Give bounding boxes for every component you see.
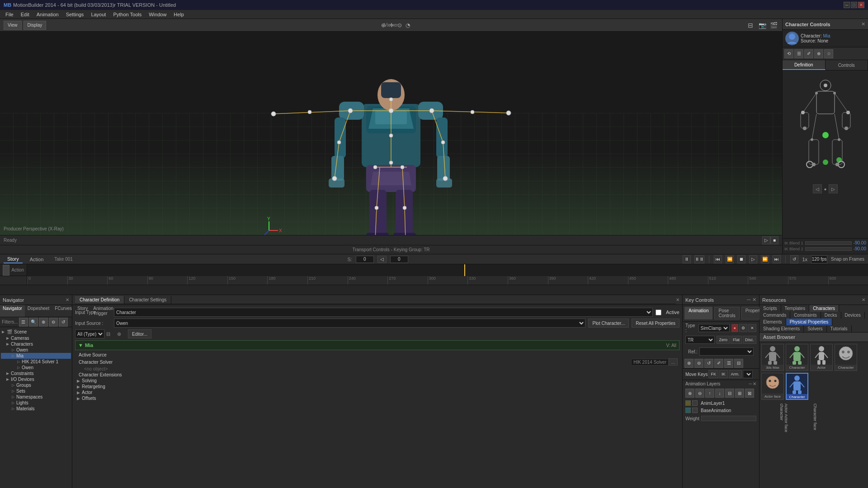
al-btn2[interactable]: ⊖ [695, 389, 704, 398]
maximize-button[interactable]: □ [851, 2, 857, 8]
weight-slider[interactable] [701, 416, 756, 421]
tree-owen[interactable]: ▷ Owen [1, 347, 71, 353]
active-checkbox[interactable] [656, 310, 661, 315]
minimize-button[interactable]: ─ [844, 2, 850, 8]
stop-button[interactable]: ■ [770, 236, 778, 244]
key-settings-btn[interactable]: ⚙ [739, 324, 747, 332]
title-bar-controls[interactable]: ─ □ ✕ [844, 2, 864, 8]
tab-definition[interactable]: Definition [783, 60, 826, 70]
plot-char-btn[interactable]: Plot Character... [588, 319, 629, 328]
prop-char-extensions[interactable]: Character Extensions [75, 372, 679, 378]
display-button[interactable]: Display [24, 21, 47, 30]
kc-toolbar-btn1[interactable]: ⊕ [684, 359, 693, 368]
char-def-close[interactable]: ✕ [676, 297, 679, 302]
kc-toolbar-btn3[interactable]: ↺ [704, 359, 713, 368]
thumb-actor[interactable]: Actor [810, 344, 833, 371]
scene-icon[interactable]: 🎬 [770, 22, 778, 29]
type-ctrl-select[interactable]: SimClamp [698, 324, 730, 332]
close-button[interactable]: ✕ [858, 2, 864, 8]
tree-groups[interactable]: ▷ Groups [1, 382, 71, 388]
move-keys-arm[interactable]: Arm. [729, 370, 742, 378]
menu-animation[interactable]: Animation [33, 10, 62, 19]
resources-close[interactable]: ✕ [862, 297, 865, 302]
prop-actor[interactable]: ▶ Actor [75, 389, 679, 395]
tree-materials[interactable]: ▷ Materials [1, 406, 71, 412]
ref-select[interactable] [699, 347, 754, 356]
nav-search-btn[interactable]: 🔍 [29, 318, 38, 327]
move-keys-select[interactable] [743, 370, 753, 378]
editor-btn[interactable]: Editor... [128, 329, 151, 338]
move-keys-ik[interactable]: IK [719, 370, 728, 378]
menu-layout[interactable]: Layout [87, 10, 109, 19]
anim-layers-close[interactable]: ✕ [753, 381, 756, 386]
al-btn3[interactable]: ↑ [705, 389, 714, 398]
tab-story[interactable]: Story [4, 255, 23, 263]
menu-settings[interactable]: Settings [62, 10, 88, 19]
tree-cameras[interactable]: ▶ Cameras [1, 335, 71, 341]
tab-phys-props[interactable]: Physical Properties [786, 319, 833, 325]
tab-decks[interactable]: Decks [821, 312, 841, 319]
tab-commands[interactable]: Commands [760, 312, 790, 319]
anim-layers-min[interactable]: ─ [749, 381, 752, 386]
prop-solving[interactable]: ▶ Solving [75, 378, 679, 384]
tree-lights[interactable]: ▷ Lights [1, 400, 71, 406]
tab-tutorials[interactable]: Tutorials [827, 325, 852, 332]
anim-layer-2[interactable]: BaseAnimation [685, 407, 756, 414]
menu-window[interactable]: Window [145, 10, 170, 19]
tab-action[interactable]: Action [26, 256, 47, 263]
char-controls-close[interactable]: ✕ [861, 21, 865, 27]
al-btn7[interactable]: ⊠ [745, 389, 754, 398]
tree-characters[interactable]: ▶ Characters [1, 341, 71, 347]
tree-namespaces[interactable]: ▷ Namespaces [1, 394, 71, 400]
prop-active-source[interactable]: Active Source [75, 352, 679, 358]
blend2-slider[interactable] [805, 247, 852, 251]
thumb-3ds-max[interactable]: 3ds Max Bipe... [761, 344, 784, 371]
camera-icon[interactable]: 📷 [759, 22, 766, 29]
nav-tab-navigator[interactable]: Navigator [0, 305, 25, 317]
render-quality-icon[interactable]: ⊟ [746, 21, 755, 30]
tab-constraints[interactable]: Constraints [790, 312, 821, 319]
tab-solvers[interactable]: Solvers [804, 325, 826, 332]
body-left-btn[interactable]: ◁ [813, 184, 822, 193]
prop-retargeting[interactable]: ▶ Retargeting [75, 384, 679, 389]
al-btn4[interactable]: ↓ [715, 389, 724, 398]
move-keys-fk[interactable]: FK [708, 370, 718, 378]
disc-btn[interactable]: Disc. [743, 336, 756, 344]
filters-label[interactable]: Filters... [2, 319, 18, 324]
tr-select[interactable]: TR [685, 336, 715, 344]
reset-properties-btn[interactable]: Reset All Properties [632, 319, 679, 328]
prop-offsets[interactable]: ▶ Offsets [75, 395, 679, 401]
type-filter-icon[interactable]: ⊟ [106, 331, 115, 337]
play-box-btn[interactable]: ⏸⏸ [694, 255, 704, 263]
blend1-slider[interactable] [805, 241, 852, 245]
thumb-character[interactable]: Character [786, 373, 808, 400]
anim-layer-1[interactable]: AnimLayer1 [685, 399, 756, 407]
zero-btn[interactable]: Zero [717, 336, 730, 344]
body-right-btn[interactable]: ▷ [829, 184, 838, 193]
collapse-arrow[interactable]: ▼ [78, 343, 83, 348]
tab-shading[interactable]: Shading Elements [760, 325, 804, 332]
menu-help[interactable]: Help [170, 10, 188, 19]
nav-refresh-btn[interactable]: ↺ [59, 318, 68, 327]
input-type-select[interactable]: Character [114, 308, 653, 317]
tab-scripts[interactable]: Scripts [760, 305, 781, 312]
thumb-actor-face[interactable]: Actor face [761, 373, 784, 400]
al-btn1[interactable]: ⊕ [685, 389, 694, 398]
kc-toolbar-btn6[interactable]: ⊟ [734, 359, 743, 368]
next-key-btn[interactable]: ⏭ [773, 255, 781, 263]
key-extra-btn[interactable]: ✕ [748, 324, 756, 332]
toolbar-btn-5[interactable]: ☆ [824, 49, 833, 58]
menu-edit[interactable]: Edit [17, 10, 33, 19]
thumb-char-face[interactable]: Character face [835, 344, 857, 371]
tab-characters[interactable]: Characters [809, 305, 839, 312]
menu-python-tools[interactable]: Python Tools [109, 10, 145, 19]
toolbar-btn-3[interactable]: ✐ [804, 49, 813, 58]
prev-key-btn[interactable]: ⏮ [714, 255, 722, 263]
fps-input[interactable] [811, 255, 827, 263]
tab-controls[interactable]: Controls [826, 60, 868, 70]
tab-templates[interactable]: Templates [781, 305, 810, 312]
play-btn2[interactable]: ▷ [749, 255, 757, 263]
nav-collapse-btn[interactable]: ⊖ [49, 318, 58, 327]
tab-animation[interactable]: Animation [684, 307, 712, 319]
menu-file[interactable]: File [2, 10, 17, 19]
